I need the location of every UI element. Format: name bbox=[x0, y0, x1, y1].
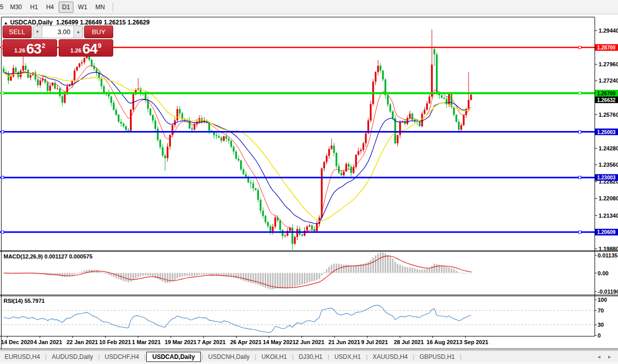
chart-tab-usdchf[interactable]: USDCHF,H4 bbox=[100, 352, 143, 361]
timeframe-button-w1[interactable]: W1 bbox=[74, 2, 91, 13]
chart-tab-dj30[interactable]: DJ30,H1 bbox=[294, 352, 327, 361]
candle-body bbox=[365, 134, 367, 144]
candle-body bbox=[390, 105, 391, 112]
timeframe-toolbar: 5M30H1H4D1W1MN bbox=[0, 0, 618, 14]
svg-text:9 Jul 2021: 9 Jul 2021 bbox=[361, 339, 388, 345]
svg-text:3 Sep 2021: 3 Sep 2021 bbox=[459, 339, 488, 345]
tab-scroll-right-icon[interactable]: ► bbox=[607, 354, 612, 359]
sell-price-display[interactable]: 1.26 63 2 bbox=[3, 39, 57, 57]
candle-body bbox=[96, 69, 97, 72]
chart-tab-usdcad[interactable]: USDCAD,Daily bbox=[146, 352, 201, 362]
svg-text:22 Jan 2021: 22 Jan 2021 bbox=[66, 339, 98, 345]
sell-price-base: 1.26 bbox=[14, 47, 25, 54]
candle-body bbox=[392, 112, 394, 118]
candle-body bbox=[127, 130, 129, 131]
level-line-handle bbox=[579, 46, 581, 49]
buy-price-point: 9 bbox=[98, 42, 101, 49]
buy-button[interactable]: BUY bbox=[84, 25, 113, 38]
chart-tab-audusd[interactable]: AUDUSD,Daily bbox=[47, 352, 97, 361]
symbol-triangle-icon: ▲ bbox=[4, 20, 8, 25]
candle-body bbox=[120, 122, 122, 123]
candle-body bbox=[30, 75, 31, 77]
timeframe-button-d1[interactable]: D1 bbox=[59, 2, 73, 13]
ma-mid-line bbox=[4, 72, 471, 224]
volume-input[interactable] bbox=[42, 26, 73, 38]
svg-text:1.29440: 1.29440 bbox=[599, 28, 618, 34]
volume-increase-button[interactable]: ▲ bbox=[73, 26, 83, 38]
candle-body bbox=[424, 110, 425, 114]
candle-body bbox=[270, 226, 271, 231]
level-lines[interactable] bbox=[0, 46, 595, 233]
svg-text:1.25760: 1.25760 bbox=[599, 112, 618, 118]
chart-tab-xauusd[interactable]: XAUUSD,H4 bbox=[368, 352, 413, 361]
volume-decrease-button[interactable]: ▼ bbox=[33, 26, 42, 38]
candle-body bbox=[458, 122, 459, 129]
candle-body bbox=[284, 236, 286, 236]
chart-tab-usdcnh[interactable]: USDCNH,Daily bbox=[203, 352, 254, 361]
one-click-trade-panel: SELL ▼ ▲ BUY 1.26 63 2 1.26 64 9 bbox=[3, 25, 113, 57]
candle-body bbox=[240, 161, 242, 169]
candle-body bbox=[394, 118, 396, 143]
candle-body bbox=[397, 135, 398, 143]
candle-body bbox=[88, 57, 90, 60]
timeframe-button-h4[interactable]: H4 bbox=[42, 2, 57, 13]
svg-text:1.27240: 1.27240 bbox=[599, 77, 618, 84]
chart-tab-gbpusd[interactable]: GBPUSD,H1 bbox=[415, 352, 459, 361]
chart-tab-ukoil[interactable]: UKOil,H1 bbox=[257, 352, 292, 361]
candle-body bbox=[160, 140, 161, 147]
candle-body bbox=[179, 109, 181, 113]
svg-text:1.27960: 1.27960 bbox=[599, 61, 618, 67]
bottom-strip bbox=[0, 362, 618, 364]
tab-scroll-left-icon[interactable]: ◄ bbox=[597, 354, 601, 359]
candle-body bbox=[431, 65, 432, 97]
candle-body bbox=[402, 121, 403, 121]
candle-body bbox=[304, 230, 305, 236]
candle-body bbox=[167, 147, 168, 159]
candle-body bbox=[252, 183, 254, 188]
candle-body bbox=[448, 94, 450, 105]
candle-body bbox=[333, 146, 334, 153]
timeframe-button-5[interactable]: 5 bbox=[0, 2, 6, 13]
candle-body bbox=[301, 235, 303, 236]
chart-tab-eurusd[interactable]: EURUSD,H4 bbox=[0, 352, 44, 361]
candle-body bbox=[91, 60, 92, 66]
candle-body bbox=[326, 156, 327, 162]
timeframe-button-mn[interactable]: MN bbox=[92, 2, 109, 13]
timeframe-button-h1[interactable]: H1 bbox=[27, 2, 41, 13]
buy-price-display[interactable]: 1.26 64 9 bbox=[59, 39, 113, 57]
candle-body bbox=[443, 98, 445, 99]
sell-button[interactable]: SELL bbox=[3, 25, 32, 38]
candle-body bbox=[382, 70, 383, 79]
candle-body bbox=[230, 141, 232, 147]
candle-body bbox=[265, 216, 266, 222]
candle-body bbox=[328, 149, 330, 156]
chart-tab-usdx[interactable]: USDX,H1 bbox=[330, 352, 366, 361]
candle-body bbox=[296, 229, 298, 237]
svg-text:1.26700: 1.26700 bbox=[597, 91, 616, 96]
candle-body bbox=[76, 67, 78, 70]
tab-separator: | bbox=[459, 353, 462, 360]
candle-body bbox=[228, 139, 229, 141]
svg-text:-0.011904: -0.011904 bbox=[598, 289, 618, 295]
svg-text:7 Apr 2021: 7 Apr 2021 bbox=[197, 339, 225, 345]
date-axis-labels: 14 Dec 20204 Jan 202122 Jan 202110 Feb 2… bbox=[1, 336, 488, 345]
chart-ohlc-values: 1.26499 1.26649 1.26215 1.26629 bbox=[56, 19, 150, 26]
svg-text:1.25003: 1.25003 bbox=[597, 129, 616, 135]
candle-body bbox=[169, 135, 171, 147]
timeframe-button-m30[interactable]: M30 bbox=[7, 2, 25, 13]
svg-text:10 Feb 2021: 10 Feb 2021 bbox=[99, 339, 131, 345]
level-line-handle bbox=[579, 176, 581, 179]
candle-body bbox=[357, 151, 359, 154]
candle-body bbox=[308, 225, 310, 226]
level-line-handle bbox=[2, 92, 4, 94]
volume-spinner: ▼ ▲ bbox=[33, 25, 83, 38]
chart-symbol-label: USDCAD,Daily bbox=[10, 19, 53, 26]
candle-body bbox=[118, 115, 119, 122]
candle-body bbox=[39, 81, 41, 85]
svg-text:26 Apr 2021: 26 Apr 2021 bbox=[230, 339, 261, 345]
price-axis-labels: 1.294401.279601.272401.265001.257601.242… bbox=[595, 28, 618, 339]
candle-body bbox=[25, 66, 27, 70]
candle-body bbox=[10, 76, 12, 81]
candle-body bbox=[336, 153, 337, 166]
candle-body bbox=[345, 164, 347, 171]
